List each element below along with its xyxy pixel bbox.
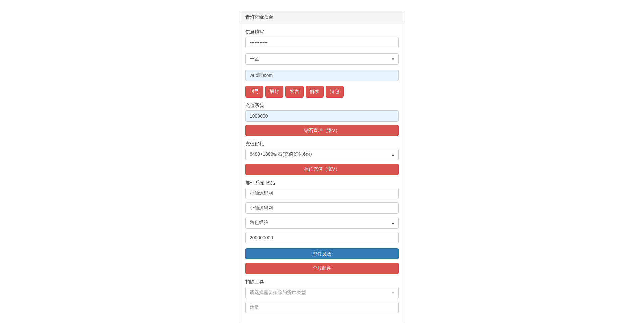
mail-quantity-input[interactable] (245, 232, 399, 243)
recharge-label: 充值系统 (245, 103, 399, 109)
info-label: 信息填写 (245, 29, 399, 35)
admin-panel: 青灯奇缘后台 信息填写 一区 ▼ 封号 解封 (240, 11, 404, 323)
mail-label: 邮件系统-物品 (245, 180, 399, 186)
ban-button[interactable]: 封号 (245, 86, 263, 98)
deduct-label: 扣除工具 (245, 279, 399, 285)
password-input[interactable] (245, 37, 399, 48)
recharge-amount-input[interactable] (245, 110, 399, 122)
mail-broadcast-button[interactable]: 全服邮件 (245, 263, 399, 274)
account-input[interactable] (245, 70, 399, 81)
clearbag-button[interactable]: 清包 (326, 86, 344, 98)
deduct-currency-select[interactable]: 请选择需要扣除的货币类型 (245, 287, 399, 298)
gift-label: 充值好礼 (245, 141, 399, 147)
deduct-quantity-input[interactable] (245, 302, 399, 313)
panel-title: 青灯奇缘后台 (240, 11, 404, 24)
account-action-row: 封号 解封 禁言 解禁 清包 (245, 86, 399, 98)
mute-button[interactable]: 禁言 (285, 86, 304, 98)
mail-send-button[interactable]: 邮件发送 (245, 248, 399, 260)
mail-content-input[interactable] (245, 202, 399, 214)
diamond-recharge-button[interactable]: 钻石直冲（涨V） (245, 125, 399, 136)
unban-button[interactable]: 解封 (265, 86, 283, 98)
region-select[interactable]: 一区 (245, 53, 399, 65)
mail-item-select[interactable]: 角色经验 (245, 217, 399, 229)
tier-recharge-button[interactable]: 档位充值（涨V） (245, 164, 399, 175)
gift-select[interactable]: 6480+1888钻石(充值好礼6份) (245, 149, 399, 160)
unmute-button[interactable]: 解禁 (306, 86, 324, 98)
mail-title-input[interactable] (245, 188, 399, 199)
